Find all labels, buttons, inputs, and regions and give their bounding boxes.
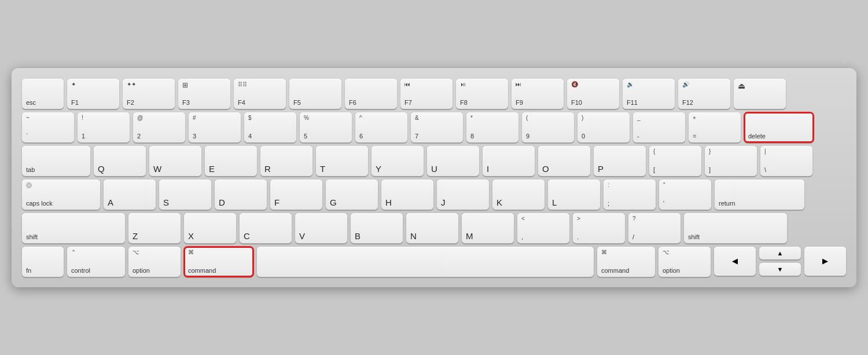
key-option-right[interactable]: ⌥ option: [659, 247, 711, 277]
key-4[interactable]: $ 4: [244, 112, 296, 142]
key-slash[interactable]: ? /: [628, 213, 681, 243]
key-a[interactable]: A: [104, 180, 156, 210]
key-6[interactable]: ^ 6: [355, 112, 407, 142]
function-row: esc ✦ F1 ✦✦ F2 ⊞ F3 ⠿⠿ F4 F5 F6 ⏮ F7 ⏯: [22, 79, 846, 109]
key-return[interactable]: return: [715, 180, 804, 210]
key-semicolon[interactable]: : ;: [604, 180, 656, 210]
key-i[interactable]: I: [483, 146, 535, 176]
number-row: ~ ` ! 1 @ 2 # 3 $ 4 % 5 ^ 6 & 7: [22, 112, 846, 142]
key-tilde[interactable]: ~ `: [22, 112, 74, 142]
key-n[interactable]: N: [406, 213, 458, 243]
key-arrow-left[interactable]: ◀: [714, 247, 756, 276]
key-comma[interactable]: < ,: [517, 213, 569, 243]
arrow-top-row: ◀ ▲ ▼ ▶: [714, 247, 846, 276]
key-9[interactable]: ( 9: [522, 112, 574, 142]
key-r[interactable]: R: [260, 146, 312, 176]
asdf-row: caps lock A S D F G H J K L : ;: [22, 180, 846, 210]
bottom-row: fn ⌃ control ⌥ option ⌘ command ⌘ comman…: [22, 247, 846, 277]
key-backslash[interactable]: | \: [760, 146, 812, 176]
key-period[interactable]: > .: [573, 213, 625, 243]
key-o[interactable]: O: [538, 146, 590, 176]
key-u[interactable]: U: [427, 146, 479, 176]
key-z[interactable]: Z: [128, 213, 181, 243]
key-command-right[interactable]: ⌘ command: [597, 247, 655, 277]
key-x[interactable]: X: [184, 213, 236, 243]
key-y[interactable]: Y: [372, 146, 424, 176]
key-5[interactable]: % 5: [300, 112, 352, 142]
qwerty-row: tab Q W E R T Y U I O P: [22, 146, 846, 176]
keyboard: esc ✦ F1 ✦✦ F2 ⊞ F3 ⠿⠿ F4 F5 F6 ⏮ F7 ⏯: [12, 68, 856, 287]
key-0[interactable]: ) 0: [578, 112, 630, 142]
key-f2[interactable]: ✦✦ F2: [123, 79, 175, 109]
key-shift-left[interactable]: shift: [22, 213, 125, 243]
key-k[interactable]: K: [492, 180, 545, 210]
key-f10[interactable]: 🔇 F10: [567, 79, 619, 109]
key-rbracket[interactable]: } ]: [705, 146, 757, 176]
key-e[interactable]: E: [205, 146, 257, 176]
key-j[interactable]: J: [437, 180, 489, 210]
key-f[interactable]: F: [270, 180, 322, 210]
key-t[interactable]: T: [316, 146, 368, 176]
key-h[interactable]: H: [381, 180, 433, 210]
key-option-left[interactable]: ⌥ option: [128, 247, 181, 277]
key-8[interactable]: * 8: [466, 112, 518, 142]
key-quote[interactable]: " ': [659, 180, 711, 210]
key-equals[interactable]: + =: [689, 112, 741, 142]
key-s[interactable]: S: [159, 180, 211, 210]
key-f8[interactable]: ⏯ F8: [456, 79, 508, 109]
key-f4[interactable]: ⠿⠿ F4: [234, 79, 286, 109]
key-lbracket[interactable]: { [: [649, 146, 701, 176]
key-arrow-right[interactable]: ▶: [804, 247, 846, 276]
key-f5[interactable]: F5: [289, 79, 341, 109]
key-p[interactable]: P: [594, 146, 646, 176]
key-g[interactable]: G: [326, 180, 378, 210]
key-caps-lock[interactable]: caps lock: [22, 180, 100, 210]
key-3[interactable]: # 3: [189, 112, 241, 142]
key-f12[interactable]: 🔊 F12: [678, 79, 730, 109]
key-d[interactable]: D: [215, 180, 267, 210]
key-2[interactable]: @ 2: [133, 112, 185, 142]
shift-row: shift Z X C V B N M < , > .: [22, 213, 846, 243]
key-7[interactable]: & 7: [411, 112, 463, 142]
key-c[interactable]: C: [240, 213, 292, 243]
key-m[interactable]: M: [462, 213, 514, 243]
key-b[interactable]: B: [351, 213, 403, 243]
key-esc[interactable]: esc: [22, 79, 64, 109]
key-arrow-down[interactable]: ▼: [759, 263, 801, 276]
key-delete[interactable]: delete: [744, 112, 814, 142]
key-minus[interactable]: _ -: [633, 112, 685, 142]
key-f11[interactable]: 🔉 F11: [623, 79, 675, 109]
key-l[interactable]: L: [548, 180, 600, 210]
key-tab[interactable]: tab: [22, 146, 90, 176]
key-space[interactable]: [257, 247, 594, 277]
key-v[interactable]: V: [295, 213, 347, 243]
key-arrow-up[interactable]: ▲: [759, 247, 801, 259]
arrow-cluster: ◀ ▲ ▼ ▶: [714, 247, 846, 277]
key-1[interactable]: ! 1: [78, 112, 130, 142]
key-control[interactable]: ⌃ control: [67, 247, 125, 277]
key-w[interactable]: W: [149, 146, 201, 176]
key-f9[interactable]: ⏭ F9: [512, 79, 564, 109]
key-q[interactable]: Q: [94, 146, 146, 176]
key-fn[interactable]: fn: [22, 247, 64, 277]
arrow-ud: ▲ ▼: [759, 247, 801, 276]
key-f7[interactable]: ⏮ F7: [400, 79, 453, 109]
key-f3[interactable]: ⊞ F3: [178, 79, 230, 109]
key-f1[interactable]: ✦ F1: [67, 79, 119, 109]
key-command-left[interactable]: ⌘ command: [184, 247, 253, 277]
key-shift-right[interactable]: shift: [684, 213, 787, 243]
key-f6[interactable]: F6: [345, 79, 397, 109]
key-eject[interactable]: ⏏: [734, 79, 786, 109]
caps-lock-indicator: [26, 182, 32, 188]
